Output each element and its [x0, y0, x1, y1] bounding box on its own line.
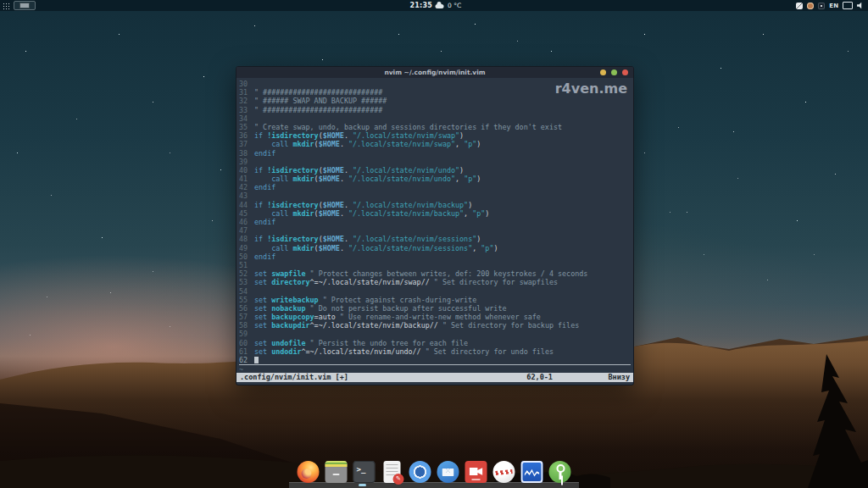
code-line: 48if !isdirectory($HOME. "/.local/state/…: [239, 235, 633, 243]
dock-panel: [289, 482, 579, 488]
code-line: 49 call mkdir($HOME. "/.local/state/nvim…: [239, 244, 633, 252]
code-line: 47: [239, 226, 633, 235]
screen-recorder-icon[interactable]: [465, 461, 487, 483]
code-line: 44if !isdirectory($HOME. "/.local/state/…: [239, 201, 633, 209]
code-area[interactable]: 3031" ############################32" ##…: [236, 78, 633, 373]
close-dot[interactable]: [622, 69, 628, 75]
code-line: 59: [239, 330, 633, 338]
notes-icon[interactable]: [796, 3, 803, 9]
code-line: 61set undodir^=~/.local/state/nvim/undo/…: [239, 347, 633, 356]
chromium-icon[interactable]: [409, 461, 431, 483]
cloud-icon: [436, 4, 444, 8]
maximize-dot[interactable]: [611, 69, 617, 75]
code-line: 36if !isdirectory($HOME. "/.local/state/…: [239, 131, 633, 140]
active-app-indicator: [359, 484, 366, 486]
code-line: 35" Create swap, undo, backup and sessio…: [239, 123, 633, 131]
system-monitor-icon[interactable]: [521, 461, 543, 483]
active-window-button[interactable]: [14, 1, 36, 10]
code-line: 52set swapfile " Protect changes between…: [239, 269, 633, 278]
text-editor-icon[interactable]: [384, 461, 401, 483]
vim-statusline: .config/nvim/init.vim [+] 62,0-1 Внизу: [236, 373, 633, 382]
password-manager-icon[interactable]: [549, 461, 571, 483]
terminal-icon[interactable]: [353, 461, 376, 483]
dock: [298, 461, 571, 483]
code-line: 55set writebackup " Protect against cras…: [239, 296, 633, 304]
code-line: 43: [239, 191, 633, 200]
display-icon[interactable]: [843, 2, 853, 9]
empty-buffer-line: ~: [239, 365, 633, 373]
code-line: 34: [239, 114, 633, 123]
window-title: nvim ~/.config/nvim/init.vim: [384, 69, 485, 76]
volume-icon[interactable]: [857, 2, 865, 9]
app-indicator-icon[interactable]: [818, 3, 825, 9]
file-manager-icon[interactable]: [326, 461, 348, 483]
code-line: 60set undofile " Persist the undo tree f…: [239, 339, 633, 347]
desktop: 21:35 0 °C EN nvim ~/.config/nvim/init.v…: [0, 0, 868, 488]
code-line: 38endif: [239, 149, 633, 158]
code-line: 42endif: [239, 183, 633, 191]
code-line: 50endif: [239, 252, 633, 261]
statusline-scroll: Внизу: [608, 373, 630, 382]
code-line: 53set directory^=~/.local/state/nvim/swa…: [239, 278, 633, 286]
code-line: 45 call mkdir($HOME. "/.local/state/nvim…: [239, 209, 633, 218]
code-line: 32" ###### SWAP AND BACKUP ######: [239, 97, 633, 105]
terminal-window: nvim ~/.config/nvim/init.vim r4ven.me 30…: [236, 66, 634, 385]
weather-temp[interactable]: 0 °C: [448, 2, 461, 9]
code-line: 56set nobackup " Do not persist backup a…: [239, 304, 633, 313]
window-titlebar[interactable]: nvim ~/.config/nvim/init.vim: [236, 67, 633, 78]
code-line: 37 call mkdir($HOME. "/.local/state/nvim…: [239, 140, 633, 148]
statusline-position: 62,0-1: [526, 373, 553, 382]
minimize-dot[interactable]: [600, 69, 606, 75]
watermark: r4ven.me: [555, 80, 627, 97]
keyboard-layout-indicator[interactable]: EN: [829, 3, 838, 9]
code-line: 51: [239, 261, 633, 269]
sphere-app-icon[interactable]: [493, 461, 515, 483]
vim-cursor: [254, 357, 259, 363]
code-line: 40if !isdirectory($HOME. "/.local/state/…: [239, 166, 633, 175]
firefox-icon[interactable]: [298, 461, 320, 483]
code-line: 41 call mkdir($HOME. "/.local/state/nvim…: [239, 175, 633, 183]
code-line: 33" ############################: [239, 106, 633, 114]
top-panel: 21:35 0 °C EN: [0, 0, 868, 11]
code-line: 58set backupdir^=~/.local/state/nvim/bac…: [239, 321, 633, 330]
app-grid-icon[interactable]: [3, 3, 9, 9]
code-line: 62: [239, 356, 631, 365]
code-line: 39: [239, 158, 633, 166]
network-globe-icon[interactable]: [807, 3, 814, 9]
clock[interactable]: 21:35: [410, 2, 432, 9]
mail-icon[interactable]: [437, 461, 459, 483]
window-thumb-icon: [19, 3, 30, 8]
code-line: 54: [239, 287, 633, 296]
statusline-file: .config/nvim/init.vim [+]: [240, 373, 348, 381]
code-line: 57set backupcopy=auto " Use rename-and-w…: [239, 313, 633, 321]
code-line: 46endif: [239, 218, 633, 226]
